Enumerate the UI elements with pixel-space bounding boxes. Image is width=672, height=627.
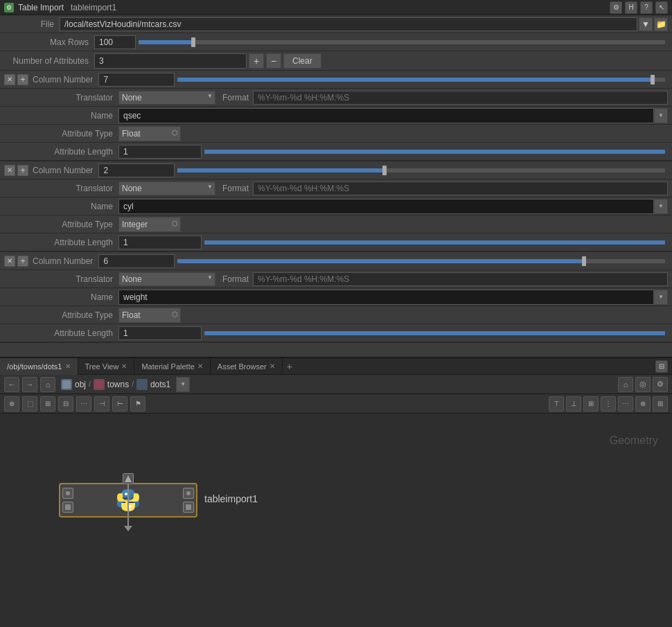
remove-attr-3-btn[interactable]: ✕ [4, 256, 15, 267]
add-attr-3-btn[interactable]: + [17, 256, 28, 267]
max-rows-input[interactable] [94, 35, 136, 49]
path-dots1[interactable]: dots1 [136, 379, 170, 390]
node-input-1[interactable] [62, 488, 73, 499]
node-output-right-1[interactable] [183, 488, 194, 499]
col-num-input-3[interactable] [98, 254, 175, 268]
houdini-icon[interactable]: H [625, 1, 637, 14]
remove-attr-2-btn[interactable]: ✕ [4, 165, 15, 176]
tool-merge-btn[interactable]: ⊞ [40, 396, 55, 412]
tab-close-0[interactable]: ✕ [65, 362, 71, 370]
col-num-label-1: Column Number [33, 75, 98, 85]
node-output-connector[interactable] [123, 473, 134, 531]
cursor-icon[interactable]: ↖ [655, 1, 668, 14]
tool-snap-btn[interactable]: ⋯ [76, 396, 91, 412]
tab-material-palette[interactable]: Material Palette ✕ [134, 358, 210, 375]
tool-fit[interactable]: ⊞ [653, 396, 668, 412]
remove-attr-1-btn[interactable]: ✕ [4, 74, 15, 85]
tab-label-0: /obj/towns/dots1 [7, 362, 62, 371]
col-num-input-2[interactable] [98, 164, 175, 177]
tool-layout-right[interactable]: ⊞ [583, 396, 599, 412]
attr-length-slider-3[interactable] [204, 326, 665, 340]
format-label-3: Format [222, 274, 253, 284]
params-panel: File ▼ 📁 Max Rows Number of Attributes +… [0, 15, 672, 390]
path-dropdown-btn[interactable]: ▼ [176, 377, 190, 392]
translator-select-2[interactable]: None [118, 182, 215, 195]
file-path-dropdown[interactable]: ▼ [639, 17, 653, 31]
add-attr-2-btn[interactable]: + [17, 165, 28, 176]
attr-length-input-2[interactable] [118, 236, 202, 249]
file-path-input[interactable] [60, 17, 637, 31]
name-input-2[interactable] [118, 199, 654, 214]
tab-tree-view[interactable]: Tree View ✕ [78, 358, 135, 375]
col-num-slider-3[interactable] [177, 254, 665, 268]
tool-layout-left[interactable]: ⊤ [549, 396, 564, 412]
file-folder-btn[interactable]: 📁 [654, 17, 668, 31]
add-attribute-btn[interactable]: + [249, 53, 264, 69]
translator-select-1[interactable]: None [118, 91, 215, 105]
col-num-slider-1[interactable] [177, 73, 665, 87]
attr-length-slider-1[interactable] [204, 145, 665, 159]
attr-type-select-1[interactable]: Float Integer String [118, 126, 181, 141]
attr-type-select-3[interactable]: Float Integer String [118, 308, 181, 323]
translator-select-3[interactable]: None [118, 272, 215, 286]
format-input-3[interactable] [253, 272, 668, 286]
output-dot[interactable] [123, 473, 134, 484]
name-input-3[interactable] [118, 290, 654, 305]
tool-create-btn[interactable]: ⊕ [4, 396, 19, 412]
format-input-2[interactable] [253, 182, 668, 195]
output-arrow [124, 526, 132, 531]
network-toolbar-right: ⌂ ◎ ⚙ [618, 377, 668, 392]
attr-length-slider-2[interactable] [204, 236, 665, 249]
col-num-row-1: ✕ + Column Number [0, 71, 672, 89]
nav-back-btn[interactable]: ← [4, 377, 19, 392]
network-home-btn[interactable]: ⌂ [618, 377, 633, 392]
num-attributes-input[interactable] [94, 53, 247, 69]
tool-zoom[interactable]: ⊕ [635, 396, 651, 412]
name-input-1[interactable] [118, 108, 654, 123]
nav-forward-btn[interactable]: → [22, 377, 37, 392]
add-tab-btn[interactable]: + [283, 358, 297, 375]
path-obj[interactable]: obj [61, 379, 86, 390]
network-settings-btn[interactable]: ⚙ [653, 377, 668, 392]
col-num-input-1[interactable] [98, 73, 175, 87]
tool-flag-btn[interactable]: ⚑ [130, 396, 145, 412]
tab-obj-towns-dots1[interactable]: /obj/towns/dots1 ✕ [0, 358, 78, 375]
tool-select-btn[interactable]: ⬚ [22, 396, 37, 412]
max-rows-slider[interactable] [139, 40, 665, 44]
network-canvas[interactable]: Geometry [0, 414, 672, 615]
tool-grid-btn[interactable]: ⊟ [58, 396, 73, 412]
tool-connect-btn[interactable]: ⊣ [94, 396, 109, 412]
tool-wire-btn[interactable]: ⊢ [112, 396, 127, 412]
format-input-1[interactable] [253, 91, 668, 105]
clear-attributes-btn[interactable]: Clear [283, 53, 321, 69]
tab-label-3: Asset Browser [218, 362, 267, 371]
attr-type-select-wrap-1: Float Integer String [118, 126, 181, 141]
node-tableimport1[interactable]: tableimport1 [59, 483, 197, 518]
path-towns[interactable]: towns [94, 379, 129, 390]
name-dropdown-3[interactable]: ▼ [654, 290, 668, 305]
tool-layout-center[interactable]: ⊥ [566, 396, 581, 412]
network-layout-btn[interactable]: ◎ [635, 377, 651, 392]
nav-home-btn[interactable]: ⌂ [40, 377, 55, 392]
translator-row-1: Translator None Format [0, 89, 672, 107]
name-dropdown-1[interactable]: ▼ [654, 108, 668, 123]
attr-type-select-2[interactable]: Integer Float String [118, 217, 181, 232]
add-attr-1-btn[interactable]: + [17, 74, 28, 85]
attr-length-input-3[interactable] [118, 326, 202, 340]
node-output-right-2[interactable] [183, 502, 194, 513]
tab-close-3[interactable]: ✕ [269, 362, 275, 370]
name-dropdown-2[interactable]: ▼ [654, 199, 668, 214]
attr-length-input-1[interactable] [118, 145, 202, 159]
tool-layout-horiz[interactable]: ⋯ [618, 396, 633, 412]
svg-rect-4 [65, 504, 71, 510]
col-num-slider-2[interactable] [177, 164, 665, 177]
question-icon[interactable]: ? [640, 1, 653, 14]
node-input-2[interactable] [62, 502, 73, 513]
tab-close-2[interactable]: ✕ [197, 362, 203, 370]
tab-panel-icon[interactable]: ⊟ [655, 360, 668, 373]
tab-asset-browser[interactable]: Asset Browser ✕ [211, 358, 283, 375]
settings-icon[interactable]: ⚙ [610, 1, 622, 14]
remove-attribute-btn[interactable]: − [266, 53, 281, 69]
tool-layout-vert[interactable]: ⋮ [601, 396, 616, 412]
tab-close-1[interactable]: ✕ [121, 362, 127, 370]
